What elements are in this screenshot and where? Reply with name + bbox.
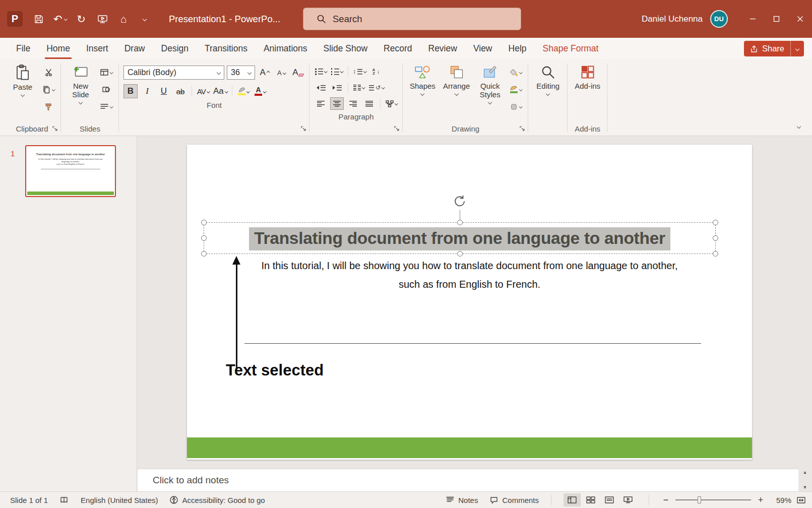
increase-indent-button[interactable] <box>330 81 344 94</box>
add-ins-button[interactable]: Add-ins <box>572 61 603 91</box>
zoom-slider-handle[interactable] <box>698 496 701 503</box>
tab-home[interactable]: Home <box>38 38 78 59</box>
tab-record[interactable]: Record <box>376 38 420 59</box>
shape-fill-button[interactable] <box>508 66 524 79</box>
clipboard-dialog-launcher[interactable] <box>52 126 58 132</box>
justify-button[interactable] <box>362 97 376 110</box>
home-icon[interactable]: ⌂ <box>113 9 134 30</box>
share-dropdown-chevron[interactable] <box>790 41 804 56</box>
arrange-button[interactable]: Arrange <box>441 61 472 96</box>
tab-help[interactable]: Help <box>501 38 535 59</box>
slide-show-view-button[interactable] <box>619 493 637 506</box>
collapse-ribbon-chevron[interactable] <box>794 122 804 131</box>
slide-title-text[interactable]: Translating document from one language t… <box>204 229 715 248</box>
close-button[interactable] <box>788 0 812 38</box>
tab-draw[interactable]: Draw <box>116 38 153 59</box>
notes-pane[interactable]: Click to add notes <box>138 469 798 491</box>
tab-insert[interactable]: Insert <box>78 38 116 59</box>
resize-handle-ne[interactable] <box>713 220 718 225</box>
notes-toggle[interactable]: Notes <box>446 496 478 504</box>
character-spacing-button[interactable]: AV <box>196 84 210 98</box>
tab-animations[interactable]: Animations <box>256 38 316 59</box>
format-painter-button[interactable] <box>40 100 56 113</box>
underline-button[interactable]: U <box>157 84 171 98</box>
share-button[interactable]: Share <box>744 41 790 56</box>
slide-body-textbox[interactable]: In this tutorial, I will be showing you … <box>187 257 752 294</box>
redo-icon[interactable]: ↻ <box>71 9 91 30</box>
user-name[interactable]: Daniel Uchenna <box>642 14 703 24</box>
increase-font-size-button[interactable]: A <box>258 66 272 80</box>
slide-indicator[interactable]: Slide 1 of 1 <box>10 496 48 504</box>
normal-view-button[interactable] <box>564 493 581 506</box>
change-case-button[interactable]: Aa <box>213 84 228 98</box>
tab-view[interactable]: View <box>465 38 501 59</box>
shape-effects-button[interactable] <box>508 100 524 113</box>
resize-handle-sw[interactable] <box>201 251 207 257</box>
align-left-button[interactable] <box>314 97 328 110</box>
decrease-font-size-button[interactable]: A <box>274 66 288 80</box>
numbering-button[interactable] <box>330 65 344 78</box>
italic-button[interactable]: I <box>140 84 154 98</box>
drawing-dialog-launcher[interactable] <box>520 126 525 132</box>
slide-canvas[interactable]: Translating document from one language t… <box>187 145 752 460</box>
line-spacing-button[interactable]: ↕ <box>352 65 367 78</box>
tab-file[interactable]: File <box>8 38 38 59</box>
align-right-button[interactable] <box>346 97 360 110</box>
language-indicator[interactable]: English (United States) <box>81 496 158 504</box>
text-highlight-color-button[interactable] <box>236 84 251 98</box>
zoom-in-button[interactable]: + <box>756 495 765 505</box>
comments-toggle[interactable]: Comments <box>490 496 539 504</box>
shape-outline-button[interactable] <box>508 83 524 96</box>
zoom-level[interactable]: 59% <box>770 496 791 504</box>
font-size-select[interactable]: 36 <box>227 66 255 80</box>
slide-thumbnail[interactable]: Translating document from one language t… <box>25 145 116 197</box>
paste-button[interactable]: Paste <box>8 61 38 97</box>
powerpoint-logo[interactable]: P <box>7 11 23 27</box>
sort-button[interactable]: AZ↓ <box>369 65 383 78</box>
editing-button[interactable]: Editing <box>533 61 563 96</box>
previous-slide-arrow[interactable]: ▲ <box>803 470 807 475</box>
resize-handle-nw[interactable] <box>201 220 207 225</box>
copy-button[interactable] <box>40 83 56 96</box>
fit-slide-to-window-icon[interactable] <box>796 496 806 504</box>
font-color-button[interactable]: A <box>253 84 267 98</box>
spell-check-button[interactable] <box>60 496 69 504</box>
tab-slide-show[interactable]: Slide Show <box>316 38 376 59</box>
tab-transitions[interactable]: Transitions <box>197 38 256 59</box>
zoom-out-button[interactable]: − <box>661 495 670 505</box>
accessibility-checker[interactable]: Accessibility: Good to go <box>170 496 265 504</box>
text-direction-button[interactable]: ↺ <box>368 81 385 94</box>
resize-handle-n[interactable] <box>457 220 463 225</box>
layout-button[interactable] <box>98 66 114 79</box>
columns-button[interactable] <box>352 81 366 94</box>
font-name-select[interactable]: Calibri (Body) <box>123 66 224 80</box>
avatar[interactable]: DU <box>710 10 728 28</box>
quick-styles-button[interactable]: Quick Styles <box>475 61 505 105</box>
clear-formatting-button[interactable]: A <box>291 66 305 80</box>
rotation-handle-icon[interactable] <box>453 195 466 208</box>
decrease-indent-button[interactable] <box>314 81 328 94</box>
slide-sorter-view-button[interactable] <box>582 493 599 506</box>
customize-quick-access-chevron[interactable] <box>135 9 155 30</box>
font-dialog-launcher[interactable] <box>301 126 306 132</box>
cut-button[interactable] <box>40 66 56 79</box>
align-center-button[interactable] <box>330 97 344 110</box>
paragraph-dialog-launcher[interactable] <box>394 126 400 132</box>
new-slide-button[interactable]: New Slide <box>66 61 96 105</box>
convert-to-smartart-button[interactable] <box>385 97 398 110</box>
shapes-button[interactable]: Shapes <box>407 61 438 96</box>
tab-review[interactable]: Review <box>420 38 465 59</box>
tab-shape-format[interactable]: Shape Format <box>535 38 607 59</box>
reading-view-button[interactable] <box>601 493 618 506</box>
minimize-button[interactable] <box>741 0 765 38</box>
zoom-slider[interactable] <box>675 499 751 500</box>
save-icon[interactable] <box>29 9 49 30</box>
bold-button[interactable]: B <box>123 84 138 98</box>
tab-design[interactable]: Design <box>153 38 197 59</box>
next-slide-arrow[interactable]: ▼ <box>803 485 807 490</box>
slideshow-from-beginning-icon[interactable] <box>92 9 112 30</box>
bullets-button[interactable] <box>314 65 328 78</box>
search-box[interactable]: Search <box>303 8 521 30</box>
resize-handle-s[interactable] <box>457 251 463 257</box>
title-textbox[interactable]: Translating document from one language t… <box>204 222 716 254</box>
